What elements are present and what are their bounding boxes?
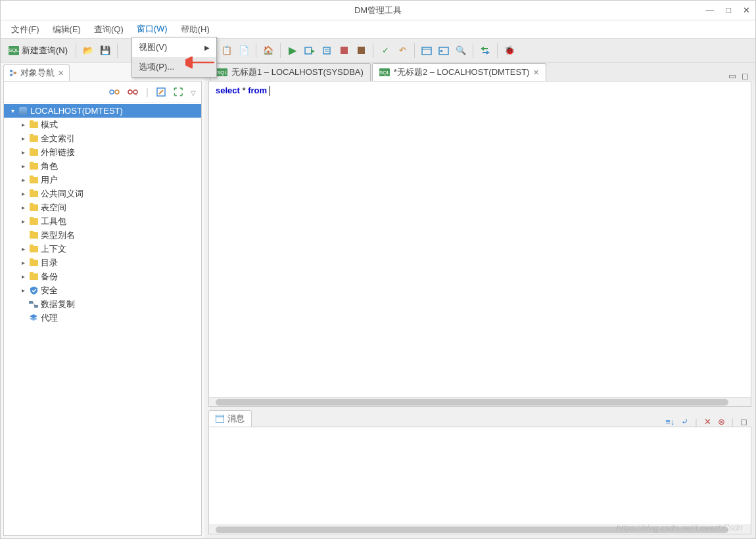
sql-code-editor[interactable]: select * from: [209, 82, 751, 397]
tree-item-schema[interactable]: ▸模式: [4, 118, 201, 131]
tree-item-fulltext[interactable]: ▸全文索引: [4, 131, 201, 145]
maximize-panel-button[interactable]: ◻: [742, 71, 749, 81]
tree-item-typealias[interactable]: 类型别名: [4, 228, 201, 242]
record-button[interactable]: [353, 43, 369, 59]
menu-file[interactable]: 文件(F): [6, 21, 45, 38]
separator: [76, 43, 76, 58]
scrollbar-thumb[interactable]: [216, 399, 728, 406]
stop-button[interactable]: [336, 43, 352, 59]
tree-item-user[interactable]: ▸用户: [4, 173, 201, 187]
expand-toggle[interactable]: ▸: [18, 218, 28, 225]
chevron-down-icon: ▽: [191, 89, 196, 97]
script-run-icon: [304, 46, 315, 55]
expand-toggle[interactable]: ▸: [18, 190, 28, 197]
dropdown-view-item[interactable]: 视图(V) ▶: [132, 37, 216, 57]
svg-rect-7: [422, 47, 431, 55]
message-body[interactable]: [208, 427, 751, 534]
unlink-icon: [128, 87, 138, 97]
link-button[interactable]: [109, 87, 120, 97]
editor-tab-2[interactable]: SQL *无标题2 – LOCALHOST(DMTEST) ✕: [372, 63, 547, 81]
execute-script-button[interactable]: [302, 43, 318, 59]
close-tab-button[interactable]: ✕: [533, 68, 539, 77]
expand-toggle[interactable]: ▾: [8, 107, 17, 114]
tree-item-replication[interactable]: 数据复制: [4, 297, 201, 311]
expand-all-button[interactable]: ⛶: [174, 87, 183, 97]
minimize-button[interactable]: —: [705, 5, 714, 15]
svg-marker-3: [311, 49, 315, 53]
separator: |: [695, 417, 697, 427]
collapse-button[interactable]: ▽: [191, 87, 196, 97]
expand-toggle[interactable]: ▸: [18, 204, 28, 211]
open-folder-button[interactable]: 📂: [80, 43, 96, 59]
expand-toggle[interactable]: ▸: [18, 287, 28, 294]
svg-rect-2: [305, 47, 312, 54]
msg-list-button[interactable]: ≡↓: [665, 417, 674, 427]
explain-button[interactable]: [319, 43, 335, 59]
menu-window[interactable]: 窗口(W): [131, 20, 173, 39]
msg-clear-button[interactable]: ✕: [704, 417, 711, 427]
folder-icon: [28, 163, 39, 170]
tree-item-toolkit[interactable]: ▸工具包: [4, 214, 201, 228]
expand-toggle[interactable]: ▸: [18, 162, 28, 170]
editor-h-scrollbar[interactable]: [209, 397, 751, 406]
calendar2-button[interactable]: [436, 43, 452, 59]
menu-query[interactable]: 查询(Q): [89, 21, 129, 38]
menu-edit[interactable]: 编辑(E): [47, 21, 86, 38]
close-button[interactable]: ✕: [743, 5, 750, 15]
editor-tab-1[interactable]: SQL 无标题1 – LOCALHOST(SYSDBA): [210, 63, 371, 81]
message-tab[interactable]: 消息: [208, 410, 252, 427]
tree-item-role[interactable]: ▸角色: [4, 159, 201, 173]
copy-button[interactable]: 📋: [219, 43, 235, 59]
msg-maximize-button[interactable]: ◻: [740, 417, 747, 427]
tree-item-agent[interactable]: 代理: [4, 311, 201, 325]
expand-toggle[interactable]: ▸: [18, 259, 28, 266]
folder-icon: [28, 232, 39, 239]
edit-button[interactable]: [156, 87, 166, 97]
unlink-button[interactable]: [128, 87, 138, 97]
minimize-panel-button[interactable]: ▭: [728, 71, 736, 81]
calendar1-button[interactable]: [419, 43, 435, 59]
maximize-button[interactable]: □: [726, 5, 731, 15]
expand-toggle[interactable]: ▸: [18, 176, 28, 183]
msg-clear-all-button[interactable]: ⊗: [718, 417, 725, 427]
check-icon: ✓: [382, 45, 389, 55]
tree-item-backup[interactable]: ▸备份: [4, 270, 201, 283]
new-query-button[interactable]: SQL 新建查询(N): [5, 43, 72, 58]
tree-item-tablespace[interactable]: ▸表空间: [4, 200, 201, 214]
debug-button[interactable]: 🐞: [502, 43, 517, 59]
expand-toggle[interactable]: ▸: [18, 273, 28, 280]
tree-item-extlink[interactable]: ▸外部链接: [4, 145, 201, 159]
editor-panel-controls: ▭ ◻: [728, 71, 749, 81]
close-tab-button[interactable]: ✕: [58, 69, 64, 78]
tree-root[interactable]: ▾ LOCALHOST(DMTEST): [4, 104, 201, 118]
execute-button[interactable]: ▶: [285, 43, 300, 59]
expand-toggle[interactable]: ▸: [18, 121, 28, 128]
search-button[interactable]: 🔍: [453, 43, 469, 59]
separator: [497, 43, 498, 58]
expand-toggle[interactable]: ▸: [18, 245, 28, 252]
sql-icon: SQL: [9, 46, 19, 55]
dropdown-options-label: 选项(P)...: [139, 61, 174, 73]
object-nav-tab[interactable]: 对象导航 ✕: [3, 64, 70, 81]
menu-help[interactable]: 帮助(H): [176, 21, 215, 38]
tree-item-catalog[interactable]: ▸目录: [4, 256, 201, 270]
tree-item-security[interactable]: ▸安全: [4, 283, 201, 297]
msg-wrap-button[interactable]: ⤶: [681, 417, 688, 427]
undo-icon: ↶: [399, 45, 406, 55]
object-tree[interactable]: ▾ LOCALHOST(DMTEST) ▸模式 ▸全文索引 ▸外部链接 ▸角色 …: [4, 103, 201, 535]
tree-item-context[interactable]: ▸上下文: [4, 242, 201, 256]
sql-icon: SQL: [217, 68, 227, 76]
rollback-button[interactable]: ↶: [394, 43, 410, 59]
commit-button[interactable]: ✓: [377, 43, 393, 59]
tree-label: 类型别名: [39, 229, 75, 241]
separator: [256, 43, 256, 58]
expand-toggle[interactable]: ▸: [18, 149, 28, 156]
home-button[interactable]: 🏠: [260, 43, 276, 59]
paste-button[interactable]: 📄: [236, 43, 252, 59]
tree-label: 上下文: [39, 243, 66, 255]
separator: |: [732, 417, 734, 427]
transfer-button[interactable]: [477, 43, 493, 59]
tree-item-synonym[interactable]: ▸公共同义词: [4, 187, 201, 200]
expand-toggle[interactable]: ▸: [18, 135, 28, 142]
save-button[interactable]: 💾: [97, 43, 113, 59]
